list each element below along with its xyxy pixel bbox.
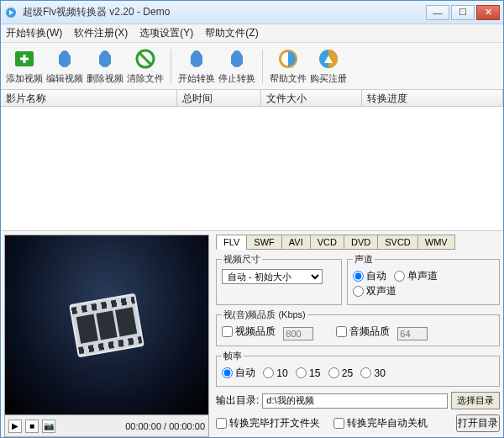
window-buttons: — ☐ ✕ xyxy=(426,5,500,20)
tab-avi[interactable]: AVI xyxy=(281,235,311,250)
player-controls: ▶ ■ 📷 00:00:00 / 00:00:00 xyxy=(5,414,208,436)
open-dir-button[interactable]: 打开目录 xyxy=(456,414,500,432)
close-button[interactable]: ✕ xyxy=(476,5,500,20)
menu-start[interactable]: 开始转换(W) xyxy=(6,26,62,40)
video-quality-input[interactable] xyxy=(283,327,313,340)
preview-panel: ▶ ■ 📷 00:00:00 / 00:00:00 xyxy=(4,235,209,437)
title-text: 超级Flv视频转换器 v2.20 - Demo xyxy=(23,5,426,19)
preview-image xyxy=(5,235,208,414)
tab-swf[interactable]: SWF xyxy=(246,235,281,250)
stop-button[interactable]: ■ xyxy=(25,420,39,433)
tab-dvd[interactable]: DVD xyxy=(344,235,378,250)
fps-25[interactable]: 25 xyxy=(328,367,353,379)
toolbar-divider xyxy=(262,50,263,83)
maximize-button[interactable]: ☐ xyxy=(451,5,475,20)
audio-channel-legend: 声道 xyxy=(353,253,375,266)
menu-options[interactable]: 选项设置(Y) xyxy=(139,26,193,40)
menu-register[interactable]: 软件注册(X) xyxy=(74,26,128,40)
col-progress[interactable]: 转换进度 xyxy=(362,90,503,106)
options-panel: FLV SWF AVI VCD DVD SVCD WMV 视频尺寸 自动 - 初… xyxy=(213,231,503,437)
fps-group: 帧率 自动 10 15 25 30 xyxy=(216,350,500,387)
clear-files-button[interactable]: 清除文件 xyxy=(125,47,165,85)
start-convert-button[interactable]: 开始转换 xyxy=(176,47,217,85)
buy-button[interactable]: 购买注册 xyxy=(308,47,349,85)
tab-wmv[interactable]: WMV xyxy=(417,235,455,250)
audio-channel-group: 声道 自动 单声道 双声道 xyxy=(347,253,500,305)
file-list[interactable] xyxy=(1,107,503,231)
tab-vcd[interactable]: VCD xyxy=(310,235,344,250)
video-size-group: 视频尺寸 自动 - 初始大小 xyxy=(216,253,342,305)
output-row: 输出目录: 选择目录 xyxy=(216,392,500,409)
list-header: 影片名称 总时间 文件大小 转换进度 xyxy=(1,90,503,107)
output-path-input[interactable] xyxy=(262,393,448,409)
toolbar-divider xyxy=(171,50,171,83)
video-size-legend: 视频尺寸 xyxy=(222,253,262,266)
video-size-select[interactable]: 自动 - 初始大小 xyxy=(222,269,323,284)
edit-video-button[interactable]: 编辑视频 xyxy=(45,47,85,85)
channel-auto[interactable]: 自动 xyxy=(353,269,386,283)
film-icon xyxy=(69,293,144,357)
tab-svcd[interactable]: SVCD xyxy=(377,235,418,250)
quality-group: 视(音)频品质 (Kbps) 视频品质 音频品质 xyxy=(216,309,500,346)
title-bar: 超级Flv视频转换器 v2.20 - Demo — ☐ ✕ xyxy=(1,1,503,24)
fps-10[interactable]: 10 xyxy=(263,367,287,379)
col-size[interactable]: 文件大小 xyxy=(261,90,362,106)
fps-15[interactable]: 15 xyxy=(296,367,320,379)
format-tabs: FLV SWF AVI VCD DVD SVCD WMV xyxy=(216,235,500,250)
shutdown-check[interactable]: 转换完毕自动关机 xyxy=(333,416,428,430)
bottom-row: 转换完毕打开文件夹 转换完毕自动关机 打开目录 xyxy=(216,414,500,432)
app-window: 超级Flv视频转换器 v2.20 - Demo — ☐ ✕ 开始转换(W) 软件… xyxy=(0,0,504,438)
snapshot-button[interactable]: 📷 xyxy=(42,420,55,433)
toolbar: 添加视频 编辑视频 删除视频 清除文件 开始转换 停止转换 帮助文件 购买注册 xyxy=(1,43,503,90)
video-quality-check[interactable]: 视频品质 xyxy=(222,325,276,339)
menu-bar: 开始转换(W) 软件注册(X) 选项设置(Y) 帮助文件(Z) xyxy=(1,24,503,43)
menu-help[interactable]: 帮助文件(Z) xyxy=(205,26,258,40)
open-folder-check[interactable]: 转换完毕打开文件夹 xyxy=(216,416,320,430)
audio-quality-check[interactable]: 音频品质 xyxy=(336,325,390,339)
col-duration[interactable]: 总时间 xyxy=(177,90,261,106)
audio-quality-input[interactable] xyxy=(397,327,428,340)
add-video-button[interactable]: 添加视频 xyxy=(4,47,45,85)
remove-video-button[interactable]: 删除视频 xyxy=(85,47,125,85)
col-name[interactable]: 影片名称 xyxy=(1,90,177,106)
output-label: 输出目录: xyxy=(216,393,259,408)
minimize-button[interactable]: — xyxy=(426,5,449,20)
help-button[interactable]: 帮助文件 xyxy=(268,47,308,85)
play-button[interactable]: ▶ xyxy=(8,420,22,433)
channel-stereo[interactable]: 双声道 xyxy=(353,284,396,298)
tab-flv[interactable]: FLV xyxy=(216,235,247,250)
fps-legend: 帧率 xyxy=(222,350,244,362)
time-display: 00:00:00 / 00:00:00 xyxy=(59,421,205,431)
quality-legend: 视(音)频品质 (Kbps) xyxy=(222,309,307,321)
fps-auto[interactable]: 自动 xyxy=(222,366,255,380)
choose-dir-button[interactable]: 选择目录 xyxy=(451,392,500,409)
fps-30[interactable]: 30 xyxy=(360,367,385,379)
app-icon xyxy=(4,6,18,19)
channel-mono[interactable]: 单声道 xyxy=(394,269,438,283)
stop-convert-button[interactable]: 停止转换 xyxy=(217,47,257,85)
